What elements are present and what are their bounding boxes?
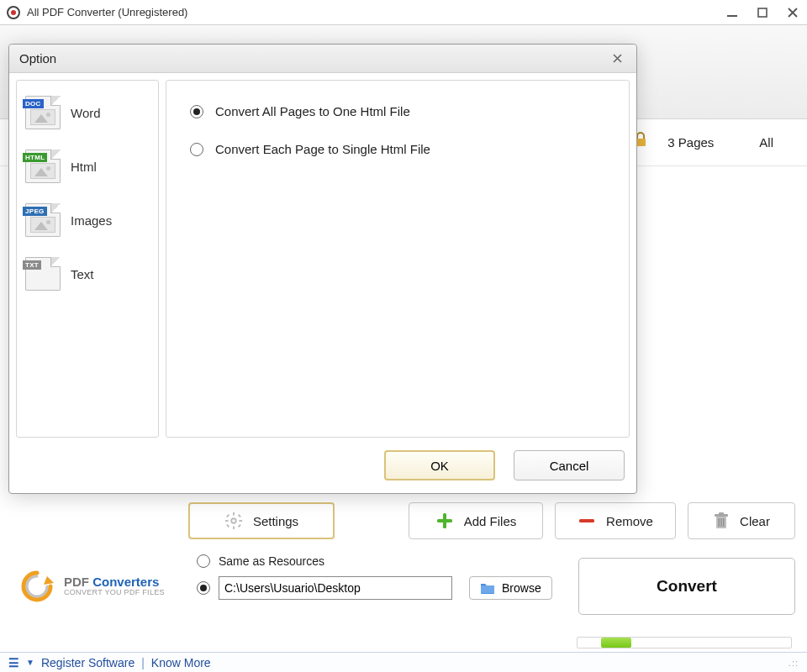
sidebar-item-text[interactable]: TXT Text xyxy=(18,247,156,301)
svg-rect-4 xyxy=(233,512,235,516)
ok-button[interactable]: OK xyxy=(384,450,495,480)
svg-rect-8 xyxy=(226,514,229,517)
jpeg-icon: JPEG xyxy=(25,203,61,237)
option-dialog: Option DOC Word HTML Html xyxy=(8,44,637,494)
add-files-button[interactable]: Add Files xyxy=(409,502,543,539)
window-title: All PDF Converter (Unregistered) xyxy=(27,6,187,18)
svg-rect-7 xyxy=(239,520,242,522)
settings-button[interactable]: Settings xyxy=(188,502,335,539)
dialog-footer: OK Cancel xyxy=(9,438,636,493)
radio-icon xyxy=(197,581,210,595)
svg-rect-5 xyxy=(233,526,235,529)
close-icon xyxy=(787,7,799,18)
html-icon: HTML xyxy=(25,150,61,183)
dialog-sidebar: DOC Word HTML Html JPEG Imag xyxy=(16,80,159,438)
cancel-button[interactable]: Cancel xyxy=(514,450,625,480)
menu-icon[interactable]: ☰ xyxy=(8,656,19,669)
maximize-icon xyxy=(757,7,768,18)
svg-rect-20 xyxy=(720,518,722,527)
close-button[interactable] xyxy=(785,5,800,20)
radio-icon xyxy=(197,554,210,568)
clear-label: Clear xyxy=(740,514,770,528)
svg-rect-22 xyxy=(481,585,494,593)
progress-bar xyxy=(577,637,792,648)
trash-icon xyxy=(713,512,730,530)
sidebar-item-html[interactable]: HTML Html xyxy=(18,139,156,193)
svg-marker-23 xyxy=(44,576,54,585)
dialog-title: Option xyxy=(19,51,56,66)
browse-label: Browse xyxy=(502,581,541,595)
minus-icon xyxy=(578,512,596,530)
brand-arrow-icon xyxy=(18,568,55,605)
sidebar-item-word[interactable]: DOC Word xyxy=(18,86,156,139)
remove-button[interactable]: Remove xyxy=(555,502,676,539)
svg-rect-1 xyxy=(758,8,767,17)
tab-all[interactable]: All xyxy=(759,135,773,150)
register-software-link[interactable]: Register Software xyxy=(41,656,134,669)
clear-button[interactable]: Clear xyxy=(688,502,795,539)
window-controls xyxy=(725,5,800,20)
know-more-link[interactable]: Know More xyxy=(151,656,211,669)
svg-point-12 xyxy=(232,519,235,522)
same-as-resources-radio[interactable]: Same as Resources xyxy=(197,554,552,568)
brand-tagline: CONVERT YOU PDF FILES xyxy=(64,589,165,597)
option-each-to-single[interactable]: Convert Each Page to Single Html File xyxy=(190,142,605,156)
custom-path-radio[interactable]: Browse xyxy=(197,576,552,600)
dialog-main: Convert All Pages to One Html File Conve… xyxy=(166,80,630,438)
radio-icon xyxy=(190,143,203,156)
option-all-to-one[interactable]: Convert All Pages to One Html File xyxy=(190,104,605,118)
radio-icon xyxy=(190,105,203,118)
brand-logo: PDF Converters CONVERT YOU PDF FILES xyxy=(18,568,165,605)
svg-rect-0 xyxy=(727,15,737,17)
folder-icon xyxy=(480,581,495,595)
app-icon xyxy=(7,6,20,19)
remove-label: Remove xyxy=(606,514,653,528)
minimize-icon xyxy=(726,7,738,18)
resize-grip[interactable]: .:: xyxy=(789,658,799,668)
dialog-title-bar: Option xyxy=(9,45,636,73)
svg-rect-11 xyxy=(226,524,229,528)
sidebar-label: Word xyxy=(71,106,101,120)
svg-rect-21 xyxy=(723,518,725,527)
svg-rect-6 xyxy=(225,520,229,522)
svg-rect-15 xyxy=(579,519,594,522)
sidebar-label: Html xyxy=(71,160,97,174)
option-label: Convert Each Page to Single Html File xyxy=(215,142,430,156)
footer-bar: ☰ ▼ Register Software | Know More .:: xyxy=(0,652,807,672)
destination-block: Same as Resources Browse xyxy=(197,554,552,600)
svg-rect-10 xyxy=(238,514,241,517)
toolbar: Settings Add Files Remove Clear xyxy=(188,502,795,539)
maximize-button[interactable] xyxy=(755,5,770,20)
brand-name: PDF Converters xyxy=(64,575,165,590)
sidebar-label: Images xyxy=(71,213,112,228)
browse-button[interactable]: Browse xyxy=(469,576,552,600)
sidebar-label: Text xyxy=(71,267,94,281)
plus-icon xyxy=(435,512,454,530)
title-bar: All PDF Converter (Unregistered) xyxy=(0,0,807,25)
convert-label: Convert xyxy=(657,577,717,596)
svg-rect-9 xyxy=(238,524,241,528)
svg-rect-18 xyxy=(719,512,724,515)
tab-3-pages[interactable]: 3 Pages xyxy=(667,135,714,150)
txt-icon: TXT xyxy=(25,257,61,291)
destination-path-input[interactable] xyxy=(219,576,452,600)
dropdown-icon[interactable]: ▼ xyxy=(26,658,34,667)
svg-rect-14 xyxy=(437,519,452,522)
close-icon xyxy=(612,53,623,64)
option-label: Convert All Pages to One Html File xyxy=(215,104,410,118)
sidebar-item-images[interactable]: JPEG Images xyxy=(18,193,156,247)
gear-icon xyxy=(224,512,243,530)
progress-fill xyxy=(601,638,631,648)
minimize-button[interactable] xyxy=(725,5,740,20)
doc-icon: DOC xyxy=(25,96,61,129)
svg-rect-19 xyxy=(719,518,720,527)
convert-button[interactable]: Convert xyxy=(578,558,795,615)
dialog-close-button[interactable] xyxy=(608,50,626,68)
add-files-label: Add Files xyxy=(464,514,517,528)
separator: | xyxy=(141,656,145,669)
settings-label: Settings xyxy=(253,514,298,528)
same-as-resources-label: Same as Resources xyxy=(219,554,324,568)
